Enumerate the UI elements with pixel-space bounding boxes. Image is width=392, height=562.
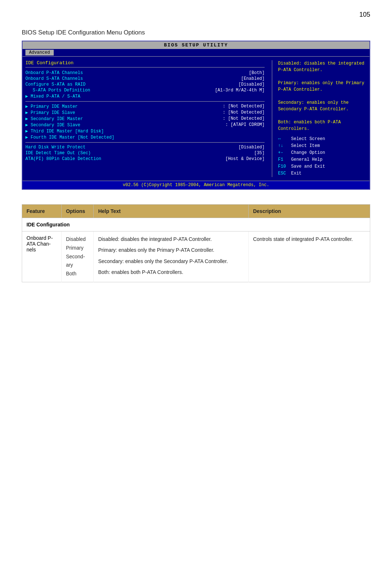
help-cell: Disabled: disables the integrated P-ATA … [94,231,249,282]
bios-help-text: Disabled: disables the integrated P-ATA … [278,60,367,132]
col-description: Description [249,205,370,218]
table-section: Feature Options Help Text Description ID… [22,204,370,282]
bios-row-cable-detect: ATA(PI) 80Pin Cable Detection [Host & De… [25,156,265,161]
bios-keybinds: ↔ Select Screen ↑↓ Select Item +- Change… [278,136,367,177]
section-title: BIOS Setup IDE Configuration Menu Option… [22,29,370,36]
bios-row-secondary-master: ▶ Secondary IDE Master : [Not Detected] [25,116,265,122]
bios-row-sata-raid: Configure S-ATA as RAID [Disabled] [25,82,265,87]
options-cell: DisabledPrimarySecond-aryBoth [61,231,94,282]
page-number: 105 [359,11,370,19]
bios-row-detect-timeout: IDE Detect Time Out (Sec) [35] [25,151,265,156]
bios-row-primary-master: ▶ Primary IDE Master : [Not Detected] [25,104,265,109]
bios-tab-advanced[interactable]: Advanced [25,50,54,56]
bios-row-pata: Onboard P-ATA Channels [Both] [25,70,265,75]
col-feature: Feature [22,205,62,218]
desc-cell: Controls state of integrated P-ATA contr… [249,231,370,282]
bios-footer: v02.56 (C)Copyright 1985-2004, American … [23,181,369,189]
bios-row-fourth-master: ▶ Fourth IDE Master [Not Detected] [25,135,265,140]
bios-box: BIOS SETUP UTILITY Advanced IDE Configur… [22,41,370,190]
bios-row-mixed: ▶ Mixed P-ATA / S-ATA [25,94,265,99]
bios-row-sata-ports: S-ATA Ports Definition [A1-3rd M/A2-4th … [25,88,265,93]
section-row: IDE Configuration [22,218,370,231]
col-options: Options [61,205,94,218]
bios-section-header: IDE Configuration [25,60,265,67]
col-help: Help Text [94,205,249,218]
bios-row-hdd-protect: Hard Disk Write Protect [Disabled] [25,145,265,150]
bios-title-bar: BIOS SETUP UTILITY [23,41,369,49]
bios-row-primary-slave: ▶ Primary IDE Slave : [Not Detected] [25,110,265,115]
data-table: Feature Options Help Text Description ID… [22,204,370,282]
bios-tab-bar: Advanced [23,49,369,57]
bios-row-secondary-slave: ▶ Secondary IDE Slave : [ATAPI CDROM] [25,122,265,128]
table-row: Onboard P-ATA Chan-nels DisabledPrimaryS… [22,231,370,282]
feature-cell: Onboard P-ATA Chan-nels [22,231,62,282]
bios-row-sata: Onboard S-ATA Channels [Enabled] [25,76,265,81]
bios-row-third-master: ▶ Third IDE Master [Hard Disk] [25,128,265,134]
